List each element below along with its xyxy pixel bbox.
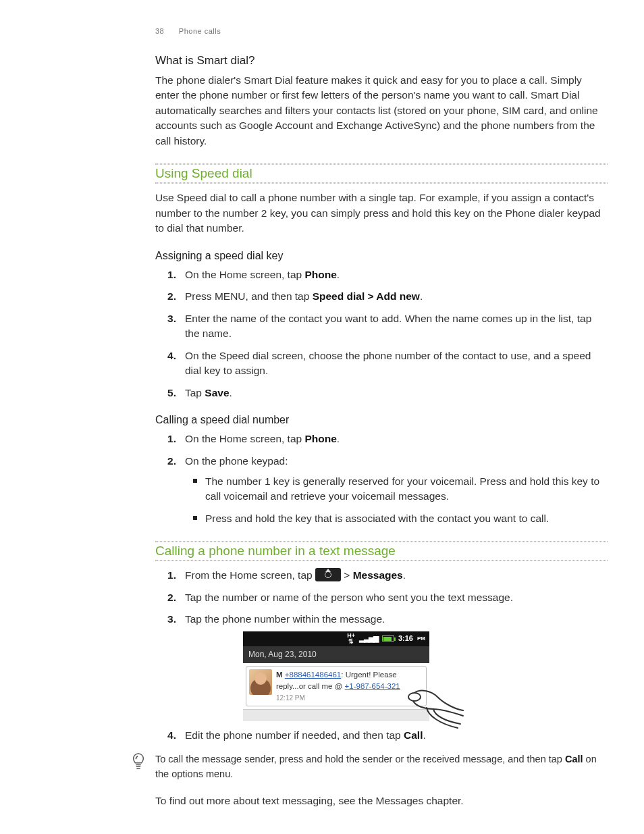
all-apps-icon xyxy=(315,568,341,581)
list-item: From the Home screen, tap > Messages. xyxy=(185,568,608,583)
heading-calling-number-in-text: Calling a phone number in a text message xyxy=(155,542,400,560)
smart-dial-body: The phone dialer's Smart Dial feature ma… xyxy=(155,73,608,149)
list-item: On the Home screen, tap Phone. xyxy=(185,432,608,446)
status-bar: H+⇅ ▂▃▅▆ 3:16PM xyxy=(243,631,429,646)
list-item: Edit the phone number if needed, and the… xyxy=(185,728,608,743)
chapter-title: Phone calls xyxy=(179,27,221,35)
lightbulb-icon xyxy=(131,752,146,781)
tap-gesture-icon xyxy=(393,686,467,733)
heading-calling-speed-dial: Calling a speed dial number xyxy=(155,414,608,426)
heading-what-is-smart-dial: What is Smart dial? xyxy=(155,54,608,68)
list-item: Press and hold the key that is associate… xyxy=(205,511,608,526)
sender-number-link: +888461486461 xyxy=(285,671,341,679)
svg-point-0 xyxy=(408,693,421,701)
list-item: Enter the name of the contact you want t… xyxy=(185,311,608,342)
phone-screenshot: H+⇅ ▂▃▅▆ 3:16PM Mon, Aug 23, 2010 M +888… xyxy=(243,631,429,721)
call-steps-list: On the Home screen, tap Phone. On the ph… xyxy=(155,432,608,526)
heading-assigning-speed-dial: Assigning a speed dial key xyxy=(155,250,608,262)
list-item: On the Home screen, tap Phone. xyxy=(185,267,608,282)
page-number: 38 xyxy=(155,27,164,35)
section-divider: Using Speed dial xyxy=(155,163,608,184)
list-item: Tap Save. xyxy=(185,386,608,400)
assign-steps-list: On the Home screen, tap Phone. Press MEN… xyxy=(155,267,608,400)
heading-using-speed-dial: Using Speed dial xyxy=(155,165,257,182)
list-item: On the Speed dial screen, choose the pho… xyxy=(185,348,608,379)
list-item: Press MENU, and then tap Speed dial > Ad… xyxy=(185,289,608,304)
keypad-sublist: The number 1 key is generally reserved f… xyxy=(185,474,608,526)
list-item: On the phone keypad: The number 1 key is… xyxy=(185,454,608,527)
status-ampm: PM xyxy=(417,635,425,643)
date-bar: Mon, Aug 23, 2010 xyxy=(243,646,429,663)
speed-dial-intro: Use Speed dial to call a phone number wi… xyxy=(155,190,608,236)
network-icon: H+⇅ xyxy=(347,633,355,645)
phone-number-link: +1-987-654-321 xyxy=(345,682,400,690)
tip-box: To call the message sender, press and ho… xyxy=(131,752,608,781)
list-item: The number 1 key is generally reserved f… xyxy=(205,474,608,504)
tip-text: To call the message sender, press and ho… xyxy=(155,752,608,781)
section-divider: Calling a phone number in a text message xyxy=(155,541,608,561)
page-header: 38 Phone calls xyxy=(155,27,608,35)
list-item: Tap the number or name of the person who… xyxy=(185,590,608,605)
list-item: Tap the phone number within the message.… xyxy=(185,612,608,721)
status-time: 3:16 xyxy=(398,633,413,644)
signal-icon: ▂▃▅▆ xyxy=(359,633,378,644)
battery-icon xyxy=(382,635,394,642)
outro-text: To find out more about text messaging, s… xyxy=(155,793,608,808)
text-steps-list: From the Home screen, tap > Messages. Ta… xyxy=(155,568,608,743)
avatar xyxy=(249,669,272,695)
